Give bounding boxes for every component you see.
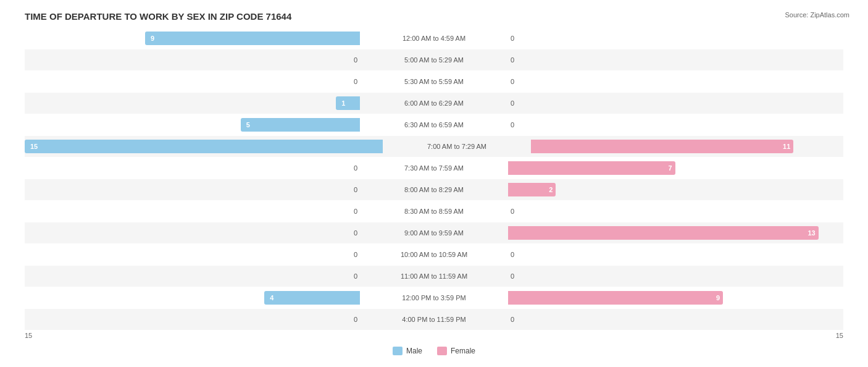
male-section: 0 xyxy=(25,222,360,243)
table-row: 07:30 AM to 7:59 AM7 xyxy=(25,158,843,179)
female-value: 11 xyxy=(783,143,790,150)
male-value-zero: 0 xyxy=(354,208,357,215)
axis-min-label: 15 xyxy=(25,332,32,339)
time-label: 9:00 AM to 9:59 AM xyxy=(360,229,508,237)
male-bar: 5 xyxy=(241,118,360,132)
male-section: 1 xyxy=(25,93,360,114)
male-value-zero: 0 xyxy=(354,56,357,64)
female-section: 0 xyxy=(508,28,843,49)
female-value-zero: 0 xyxy=(511,316,514,323)
axis-max-label: 15 xyxy=(836,332,843,339)
table-row: 09:00 AM to 9:59 AM13 xyxy=(25,222,843,243)
table-row: 157:00 AM to 7:29 AM11 xyxy=(25,136,843,157)
male-section: 0 xyxy=(25,244,360,265)
female-bar: 13 xyxy=(508,226,819,240)
female-section: 13 xyxy=(508,222,843,243)
female-bar: 9 xyxy=(508,291,723,305)
time-label: 11:00 AM to 11:59 AM xyxy=(360,272,508,280)
table-row: 05:00 AM to 5:29 AM0 xyxy=(25,49,843,70)
male-bar: 9 xyxy=(145,32,360,45)
female-value-zero: 0 xyxy=(511,251,514,258)
male-bar: 1 xyxy=(336,96,360,110)
male-value: 9 xyxy=(148,35,157,42)
female-section: 0 xyxy=(508,309,843,330)
female-bar: 2 xyxy=(508,183,556,196)
male-value-zero: 0 xyxy=(354,229,357,237)
table-row: 912:00 AM to 4:59 AM0 xyxy=(25,28,843,49)
male-value: 4 xyxy=(267,294,277,302)
female-section: 7 xyxy=(508,158,843,179)
male-section: 4 xyxy=(25,287,360,308)
legend-female: Female xyxy=(437,347,475,355)
chart-body: 912:00 AM to 4:59 AM005:00 AM to 5:29 AM… xyxy=(25,28,843,330)
female-section: 0 xyxy=(508,244,843,265)
male-section: 0 xyxy=(25,71,360,92)
female-bar: 7 xyxy=(508,161,675,175)
axis-labels: 15 15 xyxy=(12,331,856,340)
time-label: 8:00 AM to 8:29 AM xyxy=(360,186,508,193)
female-value-zero: 0 xyxy=(511,208,514,215)
female-section: 0 xyxy=(508,49,843,70)
legend-male-label: Male xyxy=(406,347,422,355)
chart-container: TIME OF DEPARTURE TO WORK BY SEX IN ZIP … xyxy=(0,0,868,367)
female-value: 13 xyxy=(807,229,815,237)
female-section: 0 xyxy=(508,266,843,287)
male-section: 0 xyxy=(25,49,360,70)
table-row: 05:30 AM to 5:59 AM0 xyxy=(25,71,843,92)
female-value-zero: 0 xyxy=(511,121,514,129)
table-row: 56:30 AM to 6:59 AM0 xyxy=(25,114,843,135)
male-value-zero: 0 xyxy=(354,272,357,280)
male-section: 0 xyxy=(25,179,360,200)
chart-source: Source: ZipAtlas.com xyxy=(785,11,849,19)
female-section: 0 xyxy=(508,71,843,92)
female-value: 9 xyxy=(716,294,720,302)
female-value-zero: 0 xyxy=(511,78,514,85)
female-value: 2 xyxy=(549,186,553,193)
male-value: 1 xyxy=(338,99,348,107)
male-section: 5 xyxy=(25,114,360,135)
female-section: 2 xyxy=(508,179,843,200)
time-label: 4:00 PM to 11:59 PM xyxy=(360,316,508,323)
female-section: 11 xyxy=(531,136,843,157)
female-section: 9 xyxy=(508,287,843,308)
female-section: 0 xyxy=(508,93,843,114)
female-section: 0 xyxy=(508,114,843,135)
male-value-zero: 0 xyxy=(354,78,357,85)
male-value-zero: 0 xyxy=(354,316,357,323)
time-label: 7:30 AM to 7:59 AM xyxy=(360,164,508,172)
female-bar: 11 xyxy=(531,140,793,153)
chart-title: TIME OF DEPARTURE TO WORK BY SEX IN ZIP … xyxy=(19,11,291,22)
male-value-zero: 0 xyxy=(354,251,357,258)
table-row: 16:00 AM to 6:29 AM0 xyxy=(25,93,843,114)
male-section: 9 xyxy=(25,28,360,49)
male-value: 15 xyxy=(27,143,41,150)
table-row: 08:30 AM to 8:59 AM0 xyxy=(25,201,843,222)
time-label: 5:30 AM to 5:59 AM xyxy=(360,78,508,85)
female-section: 0 xyxy=(508,201,843,222)
legend-female-box xyxy=(437,347,447,355)
male-section: 0 xyxy=(25,158,360,179)
time-label: 12:00 AM to 4:59 AM xyxy=(360,35,508,42)
female-value-zero: 0 xyxy=(511,35,514,42)
table-row: 010:00 AM to 10:59 AM0 xyxy=(25,244,843,265)
male-section: 0 xyxy=(25,309,360,330)
legend-male: Male xyxy=(393,347,422,355)
time-label: 7:00 AM to 7:29 AM xyxy=(383,143,531,150)
female-value-zero: 0 xyxy=(511,272,514,280)
table-row: 412:00 PM to 3:59 PM9 xyxy=(25,287,843,308)
table-row: 04:00 PM to 11:59 PM0 xyxy=(25,309,843,330)
time-label: 5:00 AM to 5:29 AM xyxy=(360,56,508,64)
male-section: 0 xyxy=(25,266,360,287)
time-label: 12:00 PM to 3:59 PM xyxy=(360,294,508,302)
male-value-zero: 0 xyxy=(354,186,357,193)
time-label: 10:00 AM to 10:59 AM xyxy=(360,251,508,258)
female-value-zero: 0 xyxy=(511,56,514,64)
male-value: 5 xyxy=(243,121,253,129)
time-label: 6:00 AM to 6:29 AM xyxy=(360,99,508,107)
legend: Male Female xyxy=(12,347,856,355)
female-value-zero: 0 xyxy=(511,99,514,107)
male-bar: 4 xyxy=(264,291,360,305)
table-row: 08:00 AM to 8:29 AM2 xyxy=(25,179,843,200)
male-section: 0 xyxy=(25,201,360,222)
male-bar: 15 xyxy=(25,140,383,153)
